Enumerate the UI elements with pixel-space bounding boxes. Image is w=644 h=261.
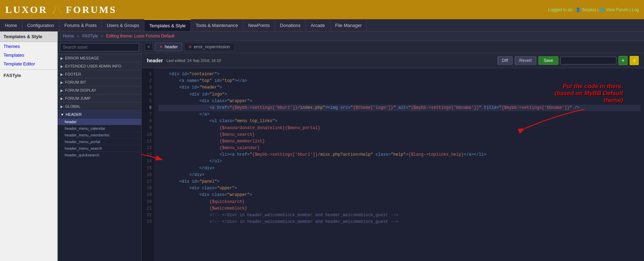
tpl-header-menu-portal[interactable]: header_menu_portal: [58, 138, 141, 145]
tpl-header-menu-calendar[interactable]: header_menu_calendar: [58, 125, 141, 132]
code-line-20: {$quicksearch}: [158, 199, 641, 205]
code-line-5: <div class="wrapper">: [158, 98, 641, 105]
breadcrumb: Home » FASTyle » Editing theme: Luxor Fo…: [58, 31, 644, 41]
line-num-3: 3: [142, 84, 155, 91]
themes-link[interactable]: Themes: [0, 42, 57, 51]
nav-users-groups[interactable]: Users & Groups: [102, 19, 144, 31]
breadcrumb-sep1: »: [77, 34, 79, 38]
section-label: HEADER: [66, 112, 82, 117]
left-sidebar-title: Templates & Style: [0, 31, 57, 42]
left-sidebar: Templates & Style Themes Templates Templ…: [0, 31, 58, 261]
nav-configuration[interactable]: Configuration: [22, 19, 59, 31]
template-search-area: [58, 41, 141, 54]
save-button[interactable]: Save: [538, 56, 558, 65]
tabs-collapse-button[interactable]: <: [144, 43, 153, 51]
editor-title-area: header Last edited: 24 Sep 2018, 16:10: [147, 58, 221, 63]
tabs-bar: < ✕ header ✕ error_nopermission: [142, 41, 644, 53]
top-bar: LUXOR FORUMS Logged in as: 👤 Serpius | 🌐…: [0, 0, 644, 19]
line-num-1: 1: [142, 71, 155, 78]
breadcrumb-fastyle[interactable]: FASTyle: [82, 34, 98, 38]
tpl-header-quicksearch[interactable]: header_quicksearch: [58, 151, 141, 158]
section-forum-bit[interactable]: ▶ FORUM BIT: [58, 78, 141, 86]
breadcrumb-home[interactable]: Home: [63, 34, 74, 38]
code-line-4: <div id="logo">: [158, 91, 641, 98]
tpl-header-menu-search[interactable]: header_menu_search: [58, 145, 141, 151]
nav-templates-style[interactable]: Templates & Style: [144, 19, 191, 31]
nav-newpoints[interactable]: NewPoints: [243, 19, 275, 31]
section-extended-user[interactable]: ▶ EXTENDED USER ADMIN INFO: [58, 62, 141, 70]
tab-error-label: error_nopermission: [194, 44, 230, 49]
line-num-17: 17: [142, 178, 155, 185]
code-line-8: <ul class="menu top_links">: [158, 118, 641, 125]
line-num-19: 19: [142, 192, 155, 198]
nav-file-manager[interactable]: File Manager: [330, 19, 367, 31]
line-num-18: 18: [142, 185, 155, 192]
nav-forums-posts[interactable]: Forums & Posts: [59, 19, 102, 31]
editor-title: header: [147, 58, 163, 63]
code-line-22: <!-- </div> in header_welcomeblock_membe…: [158, 212, 641, 219]
template-editor-link[interactable]: Template Editor: [0, 59, 57, 68]
logo-icon: [50, 4, 63, 15]
template-sidebar: ▶ ERROR MESSAGE ▶ EXTENDED USER ADMIN IN…: [58, 41, 142, 261]
section-label: FORUM DISPLAY: [65, 88, 96, 92]
logout-link[interactable]: Log: [632, 7, 639, 12]
line-numbers: 1 2 3 4 5 6 7 8 9 10 11 12 13: [142, 68, 155, 261]
templates-link[interactable]: Templates: [0, 51, 57, 59]
tab-header-close[interactable]: ✕: [159, 45, 163, 49]
plus-button[interactable]: +: [618, 56, 628, 65]
code-line-10: {$menu_search}: [158, 132, 641, 138]
tab-error-nopermission[interactable]: ✕ error_nopermission: [184, 43, 234, 51]
section-label: ERROR MESSAGE: [65, 56, 99, 60]
template-name-input[interactable]: [560, 57, 616, 64]
lightning-button[interactable]: ⚡: [630, 56, 639, 65]
line-num-4: 4: [142, 91, 155, 98]
breadcrumb-sep2: »: [101, 34, 103, 38]
tab-error-close[interactable]: ✕: [188, 45, 192, 49]
arrow-icon: ▶: [60, 97, 63, 100]
content-area: Home » FASTyle » Editing theme: Luxor Fo…: [58, 31, 644, 261]
nav-tools[interactable]: Tools & Maintenance: [191, 19, 243, 31]
section-error-message[interactable]: ▶ ERROR MESSAGE: [58, 54, 141, 62]
section-forum-jump[interactable]: ▶ FORUM JUMP: [58, 94, 141, 102]
arrow-icon: ▶: [60, 64, 63, 68]
tab-header[interactable]: ✕ header: [155, 43, 182, 51]
editor-buttons: Diff Revert Save + ⚡: [498, 56, 639, 65]
section-label: EXTENDED USER ADMIN INFO: [65, 64, 121, 68]
arrow-icon: ▶: [60, 80, 63, 84]
nav-donations[interactable]: Donations: [275, 19, 306, 31]
section-footer[interactable]: ▶ FOOTER: [58, 70, 141, 78]
line-num-7: 7: [142, 111, 155, 118]
arrow-icon: ▶: [60, 56, 63, 60]
code-line-16: </div>: [158, 172, 641, 178]
code-line-23: <!-- </div> in header_welcomeblock_membe…: [158, 219, 641, 225]
sidebar-divider: [0, 69, 57, 70]
section-forum-display[interactable]: ▶ FORUM DISPLAY: [58, 86, 141, 94]
code-line-7: </a>: [158, 111, 641, 118]
section-global[interactable]: ▶ GLOBAL: [58, 102, 141, 110]
editor-header: header Last edited: 24 Sep 2018, 16:10 D…: [142, 53, 644, 68]
code-line-9: {$naooardonate_donatelink}{$menu_portal}: [158, 125, 641, 132]
fastyle-section[interactable]: FASTyle: [0, 71, 57, 80]
line-num-15: 15: [142, 165, 155, 172]
editor-layout: ▶ ERROR MESSAGE ▶ EXTENDED USER ADMIN IN…: [58, 41, 644, 261]
section-header[interactable]: ▼ HEADER: [58, 110, 141, 118]
section-label: FORUM JUMP: [65, 96, 91, 100]
nav-home[interactable]: Home: [0, 19, 22, 31]
search-input[interactable]: [60, 43, 139, 51]
tpl-header[interactable]: header: [58, 118, 141, 125]
view-forum-link[interactable]: View Forum: [606, 7, 628, 12]
logo-right: FORUMS: [66, 4, 116, 15]
arrow-icon: ▶: [60, 89, 63, 92]
logged-in-label: Logged in as:: [548, 7, 573, 12]
revert-button[interactable]: Revert: [515, 56, 536, 65]
tpl-header-menu-memberlist[interactable]: header_menu_memberlist: [58, 132, 141, 138]
arrow-icon: ▶: [60, 72, 63, 76]
line-num-8: 8: [142, 118, 155, 125]
diff-button[interactable]: Diff: [498, 56, 513, 65]
username-link[interactable]: Serpius: [582, 7, 596, 12]
section-label: FOOTER: [65, 72, 81, 76]
line-num-6: 6: [142, 105, 155, 111]
arrow-icon: ▶: [60, 105, 63, 108]
nav-arcade[interactable]: Arcade: [306, 19, 330, 31]
code-content[interactable]: <div id="container"> <a name="top" id="t…: [155, 68, 644, 261]
